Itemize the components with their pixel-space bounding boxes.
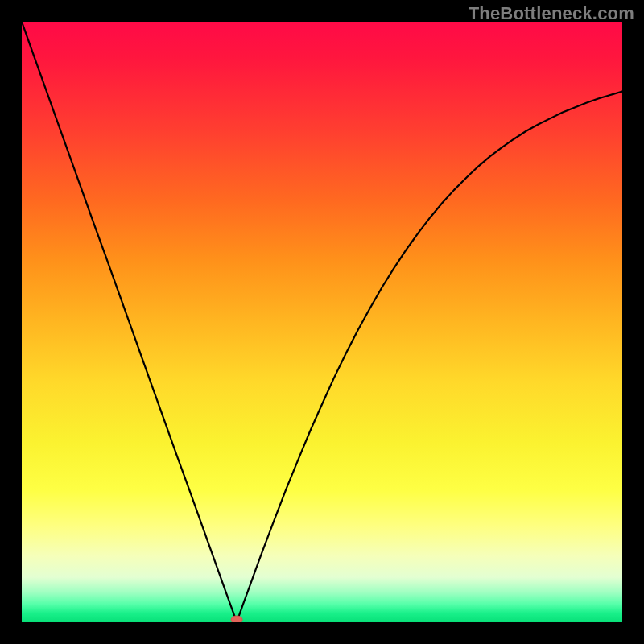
- watermark-label: TheBottleneck.com: [469, 3, 634, 24]
- plot-area: [22, 22, 622, 622]
- minimum-marker: [231, 616, 242, 622]
- bottleneck-curve: [22, 22, 622, 622]
- chart-svg: [22, 22, 622, 622]
- chart-frame: TheBottleneck.com: [0, 0, 644, 644]
